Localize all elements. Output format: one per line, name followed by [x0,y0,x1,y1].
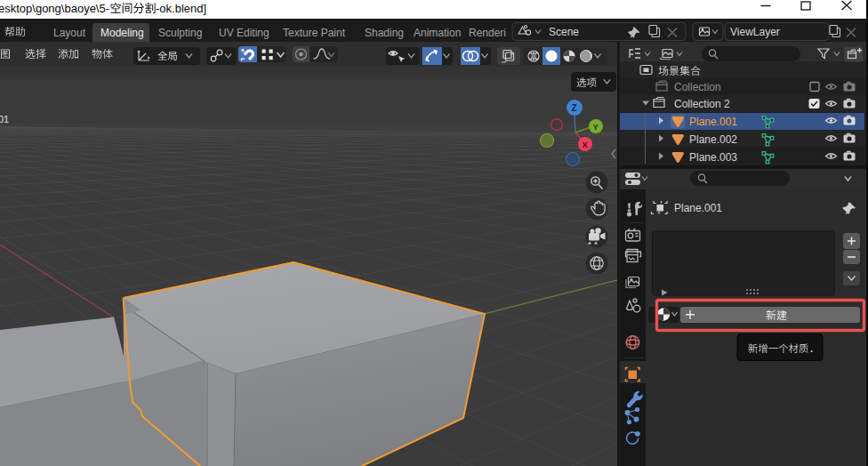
svg-text:Modeling: Modeling [100,27,144,39]
svg-text:Plane.001: Plane.001 [689,116,737,128]
svg-text:Texture Paint: Texture Paint [283,27,346,39]
svg-text:Y: Y [593,122,599,132]
svg-text:Collection: Collection [674,81,721,93]
svg-text:-ok.blend]: -ok.blend] [156,2,206,15]
svg-text:Shading: Shading [365,27,404,39]
svg-text:Animation: Animation [414,27,461,39]
svg-text:ViewLayer: ViewLayer [730,26,780,38]
svg-text:Sculpting: Sculpting [158,27,202,39]
svg-text:UV Editing: UV Editing [219,27,269,39]
svg-text:X: X [583,140,589,149]
svg-text:Z: Z [572,103,577,113]
svg-text:Plane.001: Plane.001 [674,202,722,214]
svg-text:Renderi: Renderi [469,27,506,39]
svg-text:01: 01 [0,114,9,125]
svg-text:Layout: Layout [53,27,86,39]
svg-text:Collection 2: Collection 2 [674,98,730,110]
svg-text:Scene: Scene [549,26,579,38]
svg-text:Plane.003: Plane.003 [689,151,737,164]
svg-text:Plane.002: Plane.002 [689,133,737,146]
svg-text:esktop\gong\baoye\5-: esktop\gong\baoye\5- [0,2,109,15]
